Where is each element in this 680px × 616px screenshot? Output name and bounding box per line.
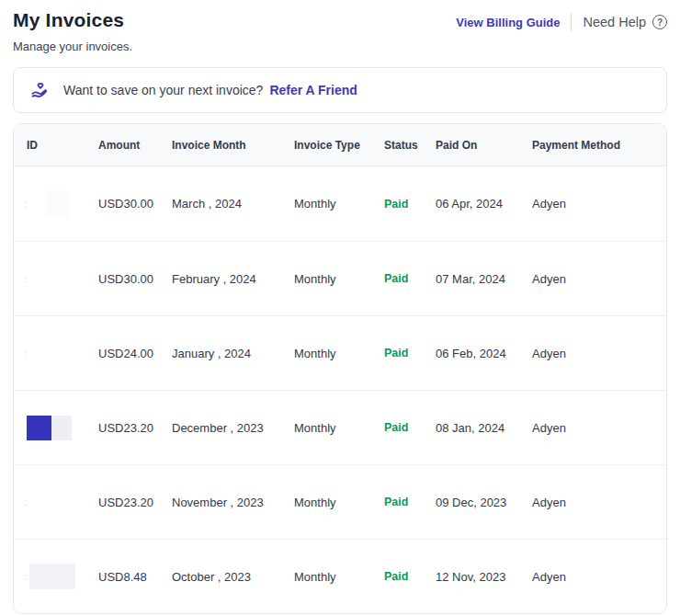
- paid-on-date: 08 Jan, 2024: [436, 421, 532, 435]
- status-badge: Paid: [384, 272, 436, 285]
- page-subtitle: Manage your invoices.: [13, 40, 132, 53]
- refer-a-friend-link[interactable]: Refer A Friend: [269, 83, 357, 97]
- invoice-month: December , 2023: [172, 421, 294, 435]
- paid-on-date: 07 Mar, 2024: [436, 272, 532, 286]
- invoice-id-redacted: :: [27, 316, 98, 390]
- header-actions: View Billing Guide Need Help ?: [456, 7, 667, 31]
- column-header-invoice-type: Invoice Type: [294, 139, 384, 152]
- referral-banner: Want to save on your next invoice? Refer…: [13, 67, 667, 113]
- page-title: My Invoices: [13, 7, 132, 31]
- column-header-amount: Amount: [98, 139, 172, 152]
- status-badge: Paid: [384, 198, 436, 211]
- my-invoices-page: My Invoices Manage your invoices. View B…: [0, 0, 680, 614]
- invoice-amount: USD23.20: [98, 421, 172, 435]
- title-block: My Invoices Manage your invoices.: [13, 7, 132, 53]
- view-billing-guide-link[interactable]: View Billing Guide: [456, 16, 560, 29]
- hand-holding-heart-icon: [28, 79, 51, 101]
- invoice-amount: USD23.20: [98, 496, 172, 509]
- invoice-amount: USD30.00: [98, 197, 172, 211]
- paid-on-date: 06 Feb, 2024: [436, 347, 532, 360]
- invoice-amount: USD8.48: [98, 570, 172, 584]
- invoice-type: Monthly: [294, 496, 384, 509]
- invoice-type: Monthly: [294, 272, 384, 286]
- invoice-amount: USD24.00: [98, 347, 172, 360]
- invoice-month: January , 2024: [172, 347, 294, 360]
- invoice-month: November , 2023: [172, 496, 294, 509]
- header-divider: [571, 13, 572, 31]
- invoice-month: February , 2024: [172, 272, 294, 286]
- payment-method: Adyen: [532, 272, 653, 286]
- payment-method: Adyen: [532, 197, 653, 211]
- column-header-status: Status: [384, 139, 436, 152]
- invoice-month: October , 2023: [172, 570, 294, 584]
- column-header-id: ID: [27, 139, 98, 152]
- invoice-id-redacted: :: [27, 540, 98, 613]
- column-header-paid-on: Paid On: [436, 139, 532, 152]
- page-header: My Invoices Manage your invoices. View B…: [13, 7, 667, 53]
- referral-message: Want to save on your next invoice?: [63, 83, 263, 97]
- invoice-month: March , 2024: [172, 197, 294, 211]
- invoice-id-redacted: :: [27, 166, 98, 241]
- need-help-button[interactable]: Need Help ?: [583, 15, 667, 29]
- column-header-payment-method: Payment Method: [532, 139, 653, 152]
- table-row: USD23.20 December , 2023 Monthly Paid 08…: [14, 390, 666, 464]
- status-badge: Paid: [384, 421, 436, 434]
- paid-on-date: 12 Nov, 2023: [436, 570, 532, 584]
- invoice-type: Monthly: [294, 197, 384, 211]
- status-badge: Paid: [384, 347, 436, 359]
- table-header-row: ID Amount Invoice Month Invoice Type Sta…: [14, 124, 666, 166]
- table-row: : USD23.20 November , 2023 Monthly Paid …: [14, 464, 666, 539]
- status-badge: Paid: [384, 496, 436, 508]
- invoice-amount: USD30.00: [98, 272, 172, 286]
- invoice-id-redacted-highlighted: [27, 391, 98, 464]
- id-highlight-box: [27, 416, 51, 440]
- question-mark-icon: ?: [652, 15, 667, 29]
- column-header-invoice-month: Invoice Month: [172, 139, 294, 152]
- invoice-id-redacted: :: [27, 242, 98, 315]
- table-row: : USD30.00 February , 2024 Monthly Paid …: [14, 241, 666, 315]
- invoice-type: Monthly: [294, 347, 384, 360]
- payment-method: Adyen: [532, 570, 653, 584]
- need-help-label: Need Help: [583, 15, 646, 29]
- invoice-type: Monthly: [294, 570, 384, 584]
- payment-method: Adyen: [532, 421, 653, 435]
- payment-method: Adyen: [532, 496, 653, 509]
- invoice-id-redacted: :: [27, 465, 98, 539]
- table-row: : USD24.00 January , 2024 Monthly Paid 0…: [14, 315, 666, 390]
- invoices-table: ID Amount Invoice Month Invoice Type Sta…: [13, 123, 667, 614]
- paid-on-date: 09 Dec, 2023: [436, 496, 532, 509]
- paid-on-date: 06 Apr, 2024: [436, 197, 532, 211]
- invoice-type: Monthly: [294, 421, 384, 435]
- table-row: : USD30.00 March , 2024 Monthly Paid 06 …: [14, 166, 666, 241]
- table-row: : USD8.48 October , 2023 Monthly Paid 12…: [14, 539, 666, 613]
- status-badge: Paid: [384, 570, 436, 583]
- payment-method: Adyen: [532, 347, 653, 360]
